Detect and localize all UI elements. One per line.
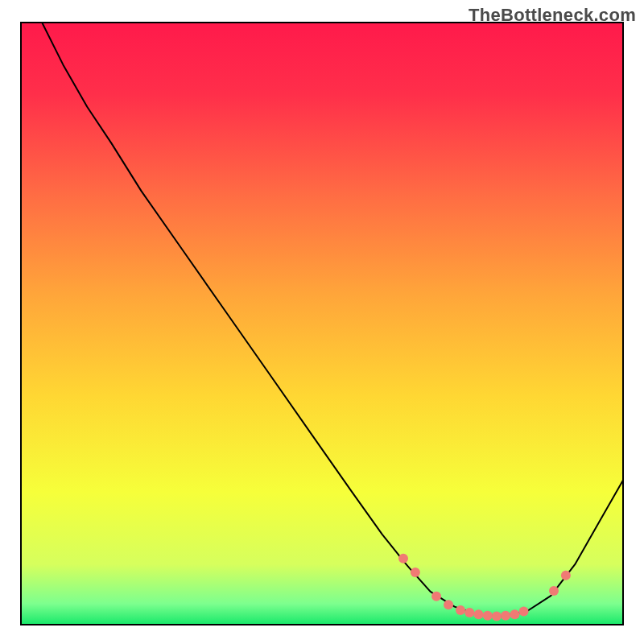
curve-marker [444,600,453,609]
chart-svg [0,0,644,644]
curve-marker [474,609,484,619]
curve-marker [501,611,510,621]
curve-marker [431,592,441,601]
curve-marker [464,608,474,617]
watermark-text: TheBottleneck.com [469,5,636,26]
curve-marker [411,568,420,577]
curve-marker [398,554,408,564]
curve-marker [483,611,493,621]
curve-marker [510,609,519,619]
curve-marker [561,571,571,580]
curve-marker [456,605,465,615]
curve-marker [492,612,502,621]
curve-marker [549,586,559,596]
curve-marker [519,607,529,617]
gradient-bg [21,23,623,625]
bottleneck-chart: TheBottleneck.com [0,0,644,644]
